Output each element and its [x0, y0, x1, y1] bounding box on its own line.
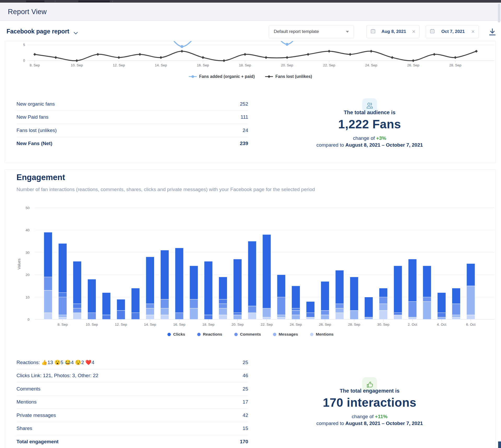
legend-item[interactable]: Fans added (organic + paid) — [189, 74, 255, 79]
line-circle-marker-icon — [189, 75, 197, 78]
row-label: Clicks Link: 121, Photos: 3, Other: 22 — [16, 373, 98, 378]
report-template-select[interactable]: Default report template — [269, 25, 354, 38]
window-top-sliver — [0, 0, 501, 3]
audience-summary-title: The total audience is — [287, 110, 452, 116]
sliver-divider — [55, 1, 55, 2]
engagement-table: Reactions: 👍13 😮5 😂4 😯2 ❤️425Clicks Link… — [16, 356, 248, 448]
legend-item[interactable]: Messages — [273, 332, 298, 337]
row-label: Reactions: 👍13 😮5 😂4 😯2 ❤️4 — [16, 359, 94, 365]
svg-text:12. Sep: 12. Sep — [115, 323, 127, 326]
table-row: New Paid fans111 — [16, 111, 248, 124]
svg-text:8. Sep: 8. Sep — [57, 323, 68, 326]
row-value: 239 — [240, 141, 248, 146]
svg-text:18. Sep: 18. Sep — [202, 323, 215, 326]
svg-text:20. Sep: 20. Sep — [231, 323, 244, 326]
legend-label: Fans added (organic + paid) — [199, 74, 255, 79]
row-label: Total engagement — [16, 439, 59, 445]
legend-label: Mentions — [316, 332, 334, 337]
audience-summary-value: 1,222 Fans — [287, 117, 452, 131]
engagement-summary-value: 170 interactions — [287, 395, 452, 410]
svg-text:16. Sep: 16. Sep — [197, 63, 209, 67]
svg-text:22. Sep: 22. Sep — [261, 323, 273, 326]
legend-label: Fans lost (unlikes) — [275, 74, 312, 79]
date-from-value: Aug 8, 2021 — [381, 29, 406, 34]
engagement-compared-line: compared to August 8, 2021 – October 7, … — [287, 421, 452, 426]
row-label: New Paid fans — [16, 114, 49, 120]
legend-swatch — [273, 333, 276, 336]
engagement-chart-legend: ClicksReactionsCommentsMessagesMentions — [0, 332, 501, 337]
compared-label: compared to — [316, 421, 344, 426]
row-value: 170 — [240, 439, 248, 445]
change-value: +3% — [376, 135, 386, 141]
svg-text:12. Sep: 12. Sep — [113, 63, 125, 67]
svg-text:14. Sep: 14. Sep — [144, 323, 156, 326]
svg-text:18. Sep: 18. Sep — [239, 63, 251, 67]
svg-text:20. Sep: 20. Sep — [281, 63, 293, 67]
fans-table: New organic fans252New Paid fans111Fans … — [16, 97, 248, 150]
report-name-dropdown[interactable]: Facebook page report — [7, 28, 69, 35]
legend-label: Messages — [279, 332, 298, 337]
svg-text:50: 50 — [26, 206, 30, 210]
report-template-value: Default report template — [274, 29, 319, 34]
svg-text:30: 30 — [26, 251, 30, 255]
table-row: Shares15 — [16, 422, 248, 435]
svg-text:40: 40 — [26, 228, 30, 232]
legend-label: Comments — [240, 332, 261, 337]
row-label: Mentions — [16, 399, 37, 405]
legend-item[interactable]: Reactions — [197, 332, 222, 337]
row-label: New Fans (Net) — [16, 141, 52, 146]
row-label: Shares — [16, 426, 32, 431]
legend-label: Reactions — [203, 332, 222, 337]
svg-text:30. Sep: 30. Sep — [377, 323, 389, 326]
legend-swatch — [234, 333, 238, 336]
svg-text:22. Sep: 22. Sep — [323, 63, 335, 67]
svg-text:24. Sep: 24. Sep — [365, 63, 377, 67]
engagement-bar-chart[interactable]: 01020304050Values8. Sep10. Sep12. Sep14.… — [0, 201, 501, 331]
page-title: Report View — [8, 8, 47, 16]
calendar-icon — [430, 28, 435, 35]
engagement-section-subtitle: Number of fan interactions (reactions, c… — [16, 187, 315, 192]
legend-item[interactable]: Fans lost (unlikes) — [265, 74, 312, 79]
sliver-divider — [112, 1, 113, 2]
scrollbar-thumb[interactable] — [498, 4, 500, 22]
svg-text:10: 10 — [26, 295, 30, 299]
bottom-right-widget[interactable] — [498, 441, 501, 448]
svg-text:16. Sep: 16. Sep — [173, 323, 185, 326]
svg-text:10. Sep: 10. Sep — [86, 323, 98, 326]
table-row: Private messages42 — [16, 409, 248, 422]
table-row: Comments25 — [16, 382, 248, 396]
date-from-field[interactable]: Aug 8, 2021 ✕ — [366, 25, 420, 38]
svg-text:0: 0 — [23, 59, 25, 62]
select-caret-icon — [346, 31, 349, 33]
download-report-button[interactable] — [488, 28, 497, 37]
legend-item[interactable]: Mentions — [310, 332, 334, 337]
compared-range: August 8, 2021 – October 7, 2021 — [345, 142, 423, 148]
legend-swatch — [197, 333, 201, 336]
svg-text:20: 20 — [26, 273, 30, 277]
svg-text:2. Oct: 2. Oct — [408, 323, 417, 326]
svg-text:26. Sep: 26. Sep — [319, 323, 331, 326]
legend-swatch — [310, 333, 313, 336]
sliver-mark — [26, 1, 44, 2]
svg-text:0: 0 — [27, 318, 30, 321]
row-value: 46 — [243, 373, 248, 378]
row-value: 17 — [243, 399, 248, 405]
change-label: change of — [352, 414, 374, 419]
date-to-value: Oct 7, 2021 — [441, 29, 465, 34]
svg-text:26. Sep: 26. Sep — [407, 63, 420, 67]
svg-text:4. Oct: 4. Oct — [437, 323, 446, 326]
change-value: +11% — [375, 414, 387, 419]
clear-date-icon[interactable]: ✕ — [412, 29, 416, 35]
table-row: New Fans (Net)239 — [16, 137, 248, 150]
legend-item[interactable]: Comments — [234, 332, 261, 337]
row-value: 42 — [243, 412, 248, 418]
row-label: Private messages — [16, 412, 56, 418]
legend-label: Clicks — [173, 332, 185, 337]
clear-date-icon[interactable]: ✕ — [471, 29, 475, 35]
table-row: Reactions: 👍13 😮5 😂4 😯2 ❤️425 — [16, 356, 248, 369]
chevron-down-icon[interactable] — [74, 31, 78, 36]
svg-text:28. Sep: 28. Sep — [348, 323, 360, 326]
calendar-icon — [370, 28, 376, 35]
legend-item[interactable]: Clicks — [167, 332, 185, 337]
date-to-field[interactable]: Oct 7, 2021 ✕ — [426, 25, 479, 38]
